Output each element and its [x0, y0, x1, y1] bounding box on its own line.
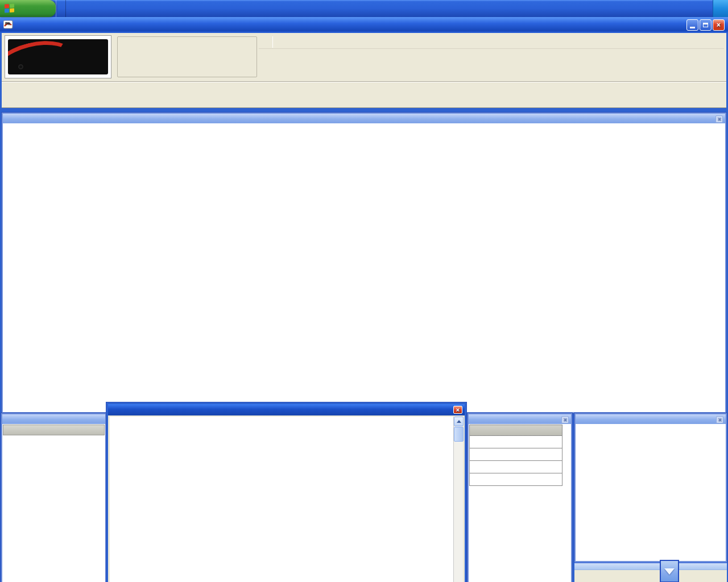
karte-panel-close-icon[interactable]: ×	[716, 416, 723, 423]
source-detail-groupbox	[117, 36, 257, 77]
logo-swoosh	[8, 39, 80, 74]
logo-dot	[18, 64, 23, 69]
report-titlebar[interactable]: ×	[108, 404, 465, 415]
graph-panel-close-icon[interactable]: ×	[715, 115, 723, 123]
karte-panel: ×	[574, 413, 727, 562]
menu-hilfe[interactable]	[287, 40, 298, 44]
scroll-up-icon[interactable]	[454, 417, 464, 426]
report-close-icon[interactable]: ×	[453, 406, 462, 414]
dock-strip	[574, 562, 727, 582]
menu-separator	[272, 36, 273, 48]
screen: PB ×	[0, 0, 728, 582]
dock-strip-band	[574, 563, 727, 570]
results-grid-header	[469, 425, 562, 436]
results-grid-row	[469, 461, 562, 473]
results-panel-close-icon[interactable]: ×	[561, 416, 569, 423]
results-grid-row	[469, 473, 562, 486]
daten-grid-header	[3, 425, 105, 435]
close-button[interactable]: ×	[713, 19, 725, 31]
results-panel-titlebar[interactable]: ×	[469, 414, 571, 424]
menu-zusamenfassung[interactable]	[259, 40, 270, 44]
results-grid-row	[469, 436, 562, 448]
report-body	[110, 417, 463, 582]
arrow-down-icon	[664, 568, 675, 575]
graph-toolbar	[2, 82, 726, 108]
maximize-button[interactable]	[700, 19, 712, 31]
toolbar-graph-label	[4, 83, 13, 107]
menu-optionen[interactable]	[275, 40, 287, 44]
daten-panel	[1, 413, 106, 582]
results-grid-row	[469, 448, 562, 461]
start-button[interactable]	[0, 0, 56, 17]
karte-chart	[576, 424, 726, 562]
language-indicator[interactable]	[701, 2, 713, 15]
taskbar	[0, 0, 728, 17]
daten-panel-titlebar[interactable]	[2, 414, 105, 424]
app-icon: PB	[3, 20, 14, 30]
graph-panel: ×	[2, 113, 726, 413]
main-chart	[3, 123, 724, 411]
app-titlebar: PB ×	[0, 17, 728, 33]
report-scrollbar[interactable]	[453, 417, 463, 582]
performancebox-logo	[5, 35, 111, 78]
scrollbar-thumb[interactable]	[454, 427, 464, 442]
graph-panel-titlebar[interactable]: ×	[3, 114, 725, 123]
system-tray	[713, 0, 728, 17]
windows-logo-icon	[5, 3, 15, 13]
svg-text:PB: PB	[5, 22, 10, 25]
karte-panel-titlebar[interactable]: ×	[576, 414, 726, 424]
quick-launch-bar	[56, 0, 66, 17]
report-generator-window: ×	[106, 402, 466, 582]
menubar	[259, 35, 724, 49]
results-panel: ×	[468, 413, 572, 582]
main-toolbar	[259, 49, 724, 81]
daten-grid	[3, 425, 105, 435]
collapse-panel-button[interactable]	[660, 560, 679, 582]
minimize-button[interactable]	[686, 19, 698, 31]
app-header	[2, 33, 726, 82]
